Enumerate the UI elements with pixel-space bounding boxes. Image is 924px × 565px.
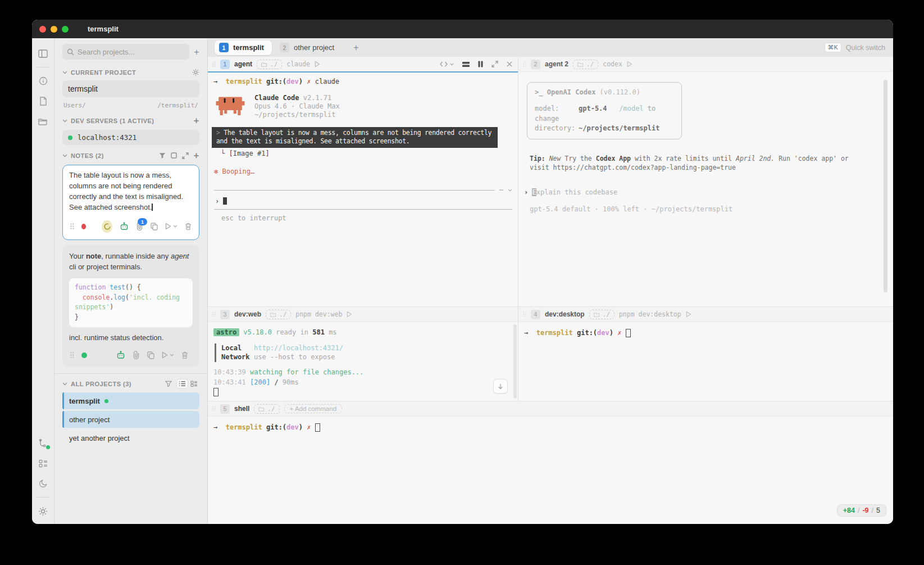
more-options-dots[interactable]: ⋯: [499, 186, 503, 195]
expand-icon[interactable]: [491, 61, 498, 67]
agent2-terminal[interactable]: >_ OpenAI Codex (v0.112.0) model:gpt-5.4…: [518, 72, 893, 306]
pane-command[interactable]: codex: [603, 60, 622, 68]
spinner-running-icon[interactable]: [102, 220, 112, 233]
filter-icon[interactable]: [159, 152, 166, 159]
drag-handle-icon[interactable]: [70, 223, 74, 229]
pane-command[interactable]: pnpm dev:web: [295, 310, 342, 318]
tab-termsplit[interactable]: 1 termsplit: [215, 40, 272, 55]
info-icon[interactable]: [38, 76, 48, 86]
run-options-chevron-icon[interactable]: [173, 225, 177, 228]
project-row-termsplit[interactable]: termsplit: [62, 392, 199, 409]
copy-icon[interactable]: [147, 351, 154, 359]
run-play-icon[interactable]: [315, 61, 320, 67]
dev-servers-header[interactable]: DEV SERVERS (1 ACTIVE) +: [62, 116, 199, 125]
add-project-button[interactable]: +: [194, 47, 199, 57]
chevron-down-icon[interactable]: [450, 63, 454, 66]
scroll-to-bottom-button[interactable]: [493, 379, 508, 394]
quick-switch-label[interactable]: Quick switch: [846, 44, 885, 52]
run-note-play-icon[interactable]: [165, 223, 171, 230]
expand-diagonal-icon[interactable]: [182, 152, 189, 159]
git-status-icon[interactable]: [38, 438, 48, 448]
pane-directory-chip[interactable]: ./: [254, 404, 279, 414]
zoom-window-button[interactable]: [62, 26, 69, 33]
pane-command[interactable]: pnpm dev:desktop: [619, 310, 681, 318]
dark-mode-moon-icon[interactable]: [38, 478, 48, 489]
dev-server-item[interactable]: localhost:4321: [62, 130, 199, 145]
close-icon[interactable]: [507, 61, 512, 67]
delete-trash-icon[interactable]: [181, 351, 188, 359]
copy-icon[interactable]: [151, 223, 158, 230]
pause-icon[interactable]: [478, 61, 483, 67]
project-name-input[interactable]: termsplit: [62, 80, 199, 97]
drag-handle-icon[interactable]: [523, 311, 526, 317]
project-row-yet-another-project[interactable]: yet another project: [62, 430, 199, 446]
run-note-play-icon[interactable]: [162, 351, 168, 359]
collapse-chevron-icon[interactable]: [508, 189, 512, 192]
pane-command[interactable]: claude: [286, 60, 310, 68]
codex-prompt[interactable]: › Explain this codebase: [524, 188, 887, 197]
agent-robot-icon[interactable]: [116, 351, 125, 359]
pane-directory-chip[interactable]: ./: [573, 60, 598, 69]
settings-gear-icon[interactable]: [38, 506, 48, 516]
drag-handle-icon[interactable]: [70, 352, 74, 358]
devdesktop-terminal[interactable]: → termsplit git:(dev) ✗: [518, 322, 893, 401]
drag-handle-icon[interactable]: [212, 311, 216, 317]
add-command-button[interactable]: + Add command: [284, 404, 342, 413]
grid-view-icon[interactable]: [189, 379, 199, 388]
attachment-paperclip-icon[interactable]: [133, 351, 140, 359]
file-icon[interactable]: [38, 96, 48, 106]
code-icon[interactable]: [440, 61, 448, 67]
list-view-icon[interactable]: [177, 379, 188, 388]
note-card-2[interactable]: Your note, runnable inside any agent cli…: [62, 245, 199, 367]
pane-directory-chip[interactable]: ./: [589, 310, 615, 319]
project-settings-gear-icon[interactable]: [192, 69, 199, 76]
recording-status-dot[interactable]: [81, 224, 86, 229]
run-play-icon[interactable]: [686, 311, 691, 318]
delete-trash-icon[interactable]: [185, 223, 192, 230]
running-status-dot[interactable]: [81, 352, 87, 358]
project-row-other-project[interactable]: other project: [62, 411, 199, 428]
add-note-button[interactable]: +: [194, 151, 199, 160]
current-project-header[interactable]: CURRENT PROJECT: [62, 69, 199, 76]
scrollbar[interactable]: [884, 80, 887, 292]
run-options-chevron-icon[interactable]: [170, 354, 174, 356]
run-play-icon[interactable]: [347, 311, 352, 318]
pane-agent2-header[interactable]: 2 agent 2 ./ codex: [518, 57, 893, 72]
git-diff-badge[interactable]: +84 / -9 / 5: [837, 504, 886, 517]
pane-directory-chip[interactable]: ./: [266, 310, 291, 319]
scrollbar[interactable]: [513, 324, 517, 399]
search-input[interactable]: Search projects...: [62, 44, 189, 60]
pane-directory-chip[interactable]: ./: [257, 60, 282, 69]
run-play-icon[interactable]: [627, 61, 632, 67]
pane-devweb-header[interactable]: 3 dev:web ./ pnpm dev:web: [208, 307, 518, 322]
tab-other-project[interactable]: 2 other project: [275, 40, 342, 55]
terminal-prompt: → termsplit git:(dev) ✗ claude: [213, 78, 512, 87]
pane-number-badge: 1: [220, 60, 230, 69]
minimize-window-button[interactable]: [51, 26, 57, 33]
add-server-button[interactable]: +: [194, 116, 199, 125]
attachment-paperclip-icon[interactable]: 1: [136, 222, 143, 230]
drag-handle-icon[interactable]: [212, 406, 216, 412]
agent-robot-icon[interactable]: [120, 222, 129, 230]
notes-header[interactable]: NOTES (2) +: [62, 151, 199, 160]
drag-handle-icon[interactable]: [212, 61, 216, 67]
square-icon[interactable]: [171, 152, 177, 159]
agent-terminal[interactable]: → termsplit git:(dev) ✗ claude: [208, 73, 518, 306]
devweb-terminal[interactable]: astro v5.18.0 ready in 581 ms Localhttp:…: [208, 322, 518, 401]
drag-handle-icon[interactable]: [523, 61, 526, 67]
filter-icon[interactable]: [165, 381, 172, 387]
new-tab-button[interactable]: +: [353, 43, 358, 53]
files-changed: 5: [876, 507, 880, 514]
shell-terminal[interactable]: → termsplit git:(dev) ✗: [208, 417, 893, 524]
pane-agent-header[interactable]: 1 agent ./ claude: [208, 57, 518, 73]
folder-open-icon[interactable]: [38, 116, 48, 126]
sidebar-toggle-icon[interactable]: [38, 48, 48, 58]
all-projects-header[interactable]: ALL PROJECTS (3): [62, 379, 199, 388]
note-card-1[interactable]: The table layout is now a mess, columns …: [62, 165, 199, 240]
split-rows-icon[interactable]: [462, 61, 470, 67]
close-window-button[interactable]: [39, 26, 46, 33]
pane-devdesktop-header[interactable]: 4 dev:desktop ./ pnpm dev:desktop: [518, 307, 893, 322]
layout-list-icon[interactable]: [38, 458, 48, 468]
pane-shell-header[interactable]: 5 shell ./ + Add command: [208, 401, 893, 417]
agent-input-box[interactable]: ⋯ ›: [214, 186, 512, 210]
